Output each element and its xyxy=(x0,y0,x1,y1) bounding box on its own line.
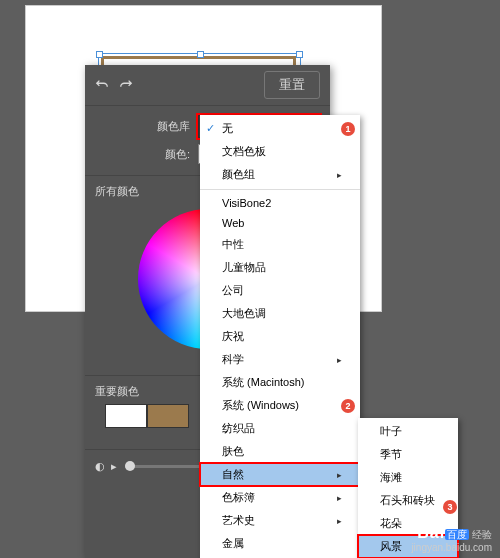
menu-item[interactable]: 纺织品 xyxy=(200,417,360,440)
watermark: Bai百度 经验 jingyan.baidu.com xyxy=(411,524,492,553)
menu-item[interactable]: 庆祝 xyxy=(200,325,360,348)
resize-handle[interactable] xyxy=(197,51,204,58)
swatch[interactable] xyxy=(105,404,147,428)
menu-item[interactable]: 色标簿 xyxy=(200,486,360,509)
menu-item[interactable]: VisiBone2 xyxy=(200,193,360,213)
redo-icon[interactable] xyxy=(119,78,133,92)
resize-handle[interactable] xyxy=(296,51,303,58)
menu-item[interactable]: Web xyxy=(200,213,360,233)
menu-item[interactable]: 无 xyxy=(200,117,360,140)
menu-item[interactable]: 自然 xyxy=(200,463,360,486)
menu-item[interactable]: 系统 (Windows) xyxy=(200,394,360,417)
annotation-badge-3: 3 xyxy=(443,500,457,514)
reset-button[interactable]: 重置 xyxy=(264,71,320,99)
menu-item[interactable]: 海滩 xyxy=(358,466,458,489)
swatch[interactable] xyxy=(147,404,189,428)
opacity-icon: ◐ xyxy=(95,460,105,473)
menu-item[interactable]: 颜色组 xyxy=(200,163,360,186)
play-icon[interactable]: ▸ xyxy=(111,460,117,473)
annotation-badge-2: 2 xyxy=(341,399,355,413)
menu-item[interactable]: 艺术史 xyxy=(200,509,360,532)
color-library-menu: 无文档色板颜色组VisiBone2Web中性儿童物品公司大地色调庆祝科学系统 (… xyxy=(200,115,360,558)
menu-item[interactable]: 叶子 xyxy=(358,420,458,443)
annotation-badge-1: 1 xyxy=(341,122,355,136)
menu-item[interactable]: 金属 xyxy=(200,532,360,555)
menu-item[interactable]: 季节 xyxy=(358,443,458,466)
menu-item[interactable]: 大地色调 xyxy=(200,302,360,325)
menu-item[interactable]: 文档色板 xyxy=(200,140,360,163)
menu-item[interactable]: 系统 (Macintosh) xyxy=(200,371,360,394)
color-library-label: 颜色库 xyxy=(95,119,198,134)
menu-item[interactable]: 肤色 xyxy=(200,440,360,463)
resize-handle[interactable] xyxy=(96,51,103,58)
menu-item[interactable]: 公司 xyxy=(200,279,360,302)
menu-item[interactable]: 科学 xyxy=(200,348,360,371)
menu-item[interactable]: 中性 xyxy=(200,233,360,256)
panel-toolbar: 重置 xyxy=(85,65,330,106)
color-label: 颜色: xyxy=(95,147,198,162)
undo-icon[interactable] xyxy=(95,78,109,92)
menu-item[interactable]: 儿童物品 xyxy=(200,256,360,279)
